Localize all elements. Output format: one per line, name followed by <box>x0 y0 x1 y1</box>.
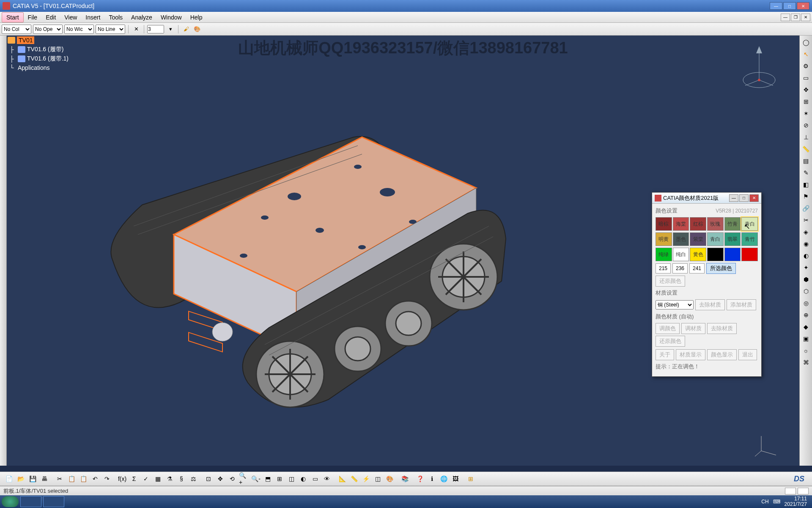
cancel-icon[interactable]: ✕ <box>132 25 141 34</box>
close-button[interactable]: ✕ <box>797 2 809 10</box>
select-color[interactable]: No Col <box>2 25 31 34</box>
menu-analyze[interactable]: Analyze <box>127 13 156 22</box>
tool-misc3-icon[interactable]: ◐ <box>801 251 811 261</box>
measure1-icon[interactable]: 📐 <box>337 473 348 484</box>
btn-del-material[interactable]: 去除材质 <box>695 299 725 310</box>
fit-icon[interactable]: ⊡ <box>203 473 214 484</box>
tool-misc5-icon[interactable]: ⬢ <box>801 274 811 284</box>
dialog-titlebar[interactable]: CATIA颜色材质2021版 — □ ✕ <box>652 193 761 204</box>
tree-item[interactable]: ├ TV01.6 (履带.1) <box>8 54 69 64</box>
tool-axis-icon[interactable]: ⊥ <box>801 132 811 142</box>
compass[interactable] <box>740 44 778 91</box>
law-icon[interactable]: ⚖ <box>188 473 199 484</box>
rgb-b[interactable]: 241 <box>689 263 705 273</box>
zoomout-icon[interactable]: 🔍- <box>250 473 261 484</box>
tool-lasso-icon[interactable]: ◯ <box>801 37 811 47</box>
tool-arrow-icon[interactable]: ↖ <box>801 49 811 59</box>
tool-sketch-icon[interactable]: ✎ <box>801 168 811 178</box>
grid-icon[interactable]: ⊞ <box>465 473 476 484</box>
print-icon[interactable]: 🖶 <box>39 473 50 484</box>
whatsthis-icon[interactable]: ℹ <box>426 473 437 484</box>
menu-view[interactable]: View <box>60 13 81 22</box>
measure2-icon[interactable]: 📏 <box>348 473 359 484</box>
tool-clip-icon[interactable]: ✂ <box>801 215 811 225</box>
tree-item[interactable]: ├ TV01.6 (履带) <box>8 45 69 54</box>
menu-edit[interactable]: Edit <box>41 13 60 22</box>
tool-flag-icon[interactable]: ⚑ <box>801 191 811 202</box>
open-icon[interactable]: 📂 <box>15 473 26 484</box>
tool-section-icon[interactable]: ◧ <box>801 179 811 190</box>
iso-icon[interactable]: ◫ <box>286 473 297 484</box>
undo-icon[interactable]: ↶ <box>90 473 101 484</box>
gallery-icon[interactable]: 🖼 <box>450 473 461 484</box>
table-icon[interactable]: ▦ <box>152 473 163 484</box>
cut-icon[interactable]: ✂ <box>54 473 65 484</box>
tool-misc2-icon[interactable]: ◉ <box>801 239 811 249</box>
check-icon[interactable]: ✓ <box>140 473 151 484</box>
btn-add-material[interactable]: 添加材质 <box>727 299 756 310</box>
material-icon[interactable]: 🎨 <box>384 473 395 484</box>
tool-misc1-icon[interactable]: ◈ <box>801 227 811 237</box>
zoomin-icon[interactable]: 🔍+ <box>239 473 250 484</box>
tool-link-icon[interactable]: 🔗 <box>801 203 811 213</box>
color-swatch[interactable]: 纯绿 <box>656 248 672 261</box>
btn-show-mat[interactable]: 材质显示 <box>676 349 705 360</box>
dialog-close[interactable]: ✕ <box>749 194 759 202</box>
color-swatch[interactable]: 明黄 <box>656 232 672 246</box>
palette-icon[interactable]: 🎨 <box>192 25 202 34</box>
tool-measure-icon[interactable]: 📏 <box>801 144 811 154</box>
btn-exit[interactable]: 退出 <box>738 349 757 360</box>
menu-file[interactable]: File <box>24 13 42 22</box>
shade-icon[interactable]: ◐ <box>298 473 309 484</box>
knowledge-icon[interactable]: ⚗ <box>164 473 175 484</box>
formula-icon[interactable]: f(x) <box>117 473 128 484</box>
dropdown-icon[interactable]: ▾ <box>166 25 175 34</box>
select-wic[interactable]: No Wic <box>64 25 94 34</box>
status-box-2[interactable] <box>798 488 809 494</box>
value-input[interactable] <box>147 25 164 33</box>
tool-snap-icon[interactable]: ⊞ <box>801 97 811 107</box>
btn-restore[interactable]: 还原颜色 <box>656 336 685 347</box>
dialog-minimize[interactable]: — <box>729 194 738 202</box>
tool-misc8-icon[interactable]: ⊕ <box>801 310 811 320</box>
color-swatch[interactable] <box>707 248 724 261</box>
catalog-icon[interactable]: 📚 <box>399 473 410 484</box>
tree-applications[interactable]: └ Applications <box>8 64 69 72</box>
help-icon[interactable]: ❓ <box>414 473 425 484</box>
sigma-icon[interactable]: Σ <box>129 473 140 484</box>
color-swatch[interactable]: 玫瑰 <box>707 217 724 231</box>
copy-icon[interactable]: 📋 <box>66 473 77 484</box>
tool-move-icon[interactable]: ✥ <box>801 85 811 95</box>
model-view[interactable] <box>83 120 548 425</box>
dialog-maximize[interactable]: □ <box>739 194 749 202</box>
tree-root[interactable]: TV01 <box>8 36 69 45</box>
tool-misc11-icon[interactable]: ☼ <box>801 345 811 356</box>
redo-icon[interactable]: ↷ <box>102 473 112 484</box>
tool-explode-icon[interactable]: ✶ <box>801 108 811 119</box>
minimize-button[interactable]: — <box>770 2 782 10</box>
color-swatch[interactable] <box>741 248 758 261</box>
left-strip[interactable] <box>0 36 7 466</box>
menu-window[interactable]: Window <box>156 13 186 22</box>
ime-indicator[interactable]: CH <box>761 499 768 505</box>
hide-icon[interactable]: 👁 <box>321 473 332 484</box>
viewport[interactable]: 山地机械师QQ1936323157/微信13898167781 TV01 ├ T… <box>7 36 799 466</box>
menu-start[interactable]: Start <box>2 12 24 22</box>
color-swatch[interactable]: 青竹 <box>741 232 758 246</box>
tool-misc10-icon[interactable]: ▣ <box>801 334 811 344</box>
color-swatch[interactable]: 竹青 <box>724 217 741 231</box>
btn-adj-mat[interactable]: 调材质 <box>681 323 705 334</box>
btn-adj-color[interactable]: 调颜色 <box>656 323 680 334</box>
tool-misc6-icon[interactable]: ⬡ <box>801 286 811 296</box>
menu-tools[interactable]: Tools <box>104 13 127 22</box>
tool-constrain-icon[interactable]: ⊘ <box>801 120 811 130</box>
color-swatch[interactable]: 红棕 <box>690 217 706 231</box>
section2-icon[interactable]: ◫ <box>372 473 383 484</box>
pan-icon[interactable]: ✥ <box>215 473 226 484</box>
web-icon[interactable]: 🌐 <box>438 473 449 484</box>
multiview-icon[interactable]: ⊞ <box>274 473 285 484</box>
brush-icon[interactable]: 🖌 <box>181 25 191 34</box>
clash-icon[interactable]: ⚡ <box>360 473 371 484</box>
tool-misc9-icon[interactable]: ◆ <box>801 322 811 332</box>
normal-icon[interactable]: ⬒ <box>262 473 273 484</box>
